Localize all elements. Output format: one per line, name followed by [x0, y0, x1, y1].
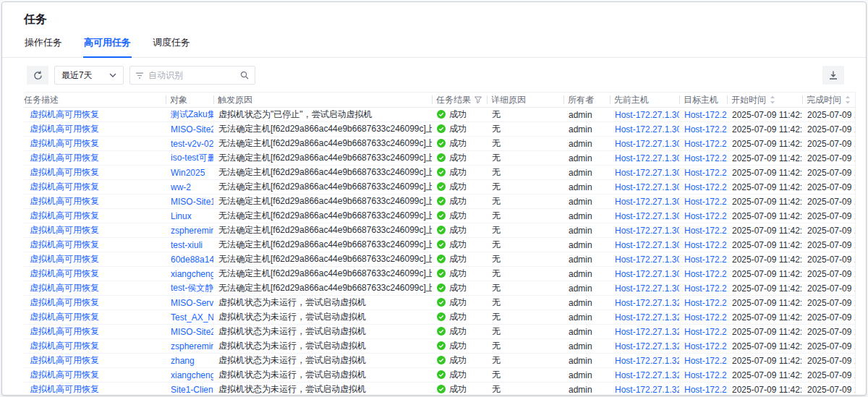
previous-host-link[interactable]: Host-172.27.1.30 [615, 139, 679, 149]
start-cell: 2025-07-09 11:42:24 [727, 325, 802, 339]
target-host-link[interactable]: Host-172.27... [684, 153, 727, 163]
detail-cell: 无 [492, 283, 501, 293]
previous-host-link[interactable]: Host-172.27.1.30 [615, 226, 679, 236]
task-description-link[interactable]: 虚拟机高可用恢复 [30, 297, 99, 307]
target-host-link[interactable]: Host-172.27... [684, 110, 727, 120]
target-host-link[interactable]: Host-172.27... [684, 182, 727, 192]
sort-icon[interactable] [845, 95, 851, 104]
object-link[interactable]: xiangcheng.... [171, 269, 213, 279]
start-cell: 2025-07-09 11:42:24 [732, 385, 802, 395]
search-input[interactable]: 自动识别 [129, 66, 255, 85]
target-host-link[interactable]: Host-172.27... [684, 124, 727, 135]
task-description-link[interactable]: 虚拟机高可用恢复 [30, 341, 99, 351]
object-link[interactable]: MISO-Serve... [171, 298, 213, 308]
previous-host-link[interactable]: Host-172.27.1.30 [615, 153, 679, 163]
task-description-link[interactable]: 虚拟机高可用恢复 [30, 124, 99, 134]
previous-host-link[interactable]: Host-172.27.1.30 [615, 110, 679, 120]
task-description-link[interactable]: 虚拟机高可用恢复 [30, 283, 99, 293]
target-host-link[interactable]: Host-172.27... [684, 168, 727, 178]
previous-host-link[interactable]: Host-172.27.1.30 [615, 182, 679, 192]
object-link[interactable]: Win2025 [171, 168, 205, 178]
export-button[interactable] [822, 66, 844, 85]
task-description-link[interactable]: 虚拟机高可用恢复 [30, 109, 99, 119]
object-link[interactable]: xiangcheng.... [171, 370, 213, 380]
previous-host-link[interactable]: Host-172.27.1.32 [615, 341, 679, 351]
previous-host-link[interactable]: Host-172.27.1.30 [615, 168, 679, 178]
task-description-link[interactable]: 虚拟机高可用恢复 [30, 268, 99, 278]
task-description-link[interactable]: 虚拟机高可用恢复 [30, 225, 99, 235]
object-link[interactable]: Linux [171, 211, 192, 221]
object-link[interactable]: Site1-Client1 [171, 385, 213, 395]
task-result-text: 成功 [449, 325, 467, 338]
previous-host-link[interactable]: Host-172.27.1.30 [615, 240, 679, 250]
previous-host-link[interactable]: Host-172.27.1.30 [615, 211, 679, 221]
previous-host-link[interactable]: Host-172.27.1.32 [615, 356, 679, 366]
target-host-link[interactable]: Host-172.27... [684, 312, 727, 323]
object-link[interactable]: test-xiuli [171, 240, 203, 250]
previous-host-link[interactable]: Host-172.27.1.30 [615, 255, 679, 265]
desc-cell: 虚拟机高可用恢复 [24, 180, 166, 195]
task-description-link[interactable]: 虚拟机高可用恢复 [30, 239, 99, 249]
task-description-link[interactable]: 虚拟机高可用恢复 [30, 355, 99, 365]
target-host-link[interactable]: Host-172.27... [684, 385, 727, 395]
object-link[interactable]: ww-2 [171, 182, 191, 192]
task-description-link[interactable]: 虚拟机高可用恢复 [30, 326, 99, 336]
previous-host-link[interactable]: Host-172.27.1.32 [615, 298, 679, 308]
object-link[interactable]: test-v2v-02 [171, 139, 213, 149]
task-description-link[interactable]: 虚拟机高可用恢复 [30, 312, 99, 322]
previous-host-link[interactable]: Host-172.27.1.32 [615, 370, 679, 380]
object-link[interactable]: zhang [171, 356, 195, 366]
previous-host-link[interactable]: Host-172.27.1.30 [615, 283, 679, 294]
object-link[interactable]: zspheremim... [171, 341, 213, 351]
task-description-link[interactable]: 虚拟机高可用恢复 [30, 153, 99, 163]
target-host-link[interactable]: Host-172.27... [684, 327, 727, 337]
start-cell: 2025-07-09 11:42:42 [732, 182, 802, 192]
target-host-link[interactable]: Host-172.27... [684, 226, 727, 236]
target-host-link[interactable]: Host-172.27... [684, 370, 727, 380]
task-description-link[interactable]: 虚拟机高可用恢复 [30, 210, 99, 221]
target-host-link[interactable]: Host-172.27... [684, 283, 727, 294]
object-link[interactable]: MISO-Site2... [171, 124, 213, 135]
task-description-link[interactable]: 虚拟机高可用恢复 [30, 254, 99, 264]
object-link[interactable]: 测试Zaku集... [171, 109, 213, 119]
previous-host-link[interactable]: Host-172.27.1.30 [615, 197, 679, 207]
object-link[interactable]: MISO-Site1... [171, 197, 213, 207]
task-description-link[interactable]: 虚拟机高可用恢复 [30, 138, 99, 148]
object-link[interactable]: 60de88a14... [171, 255, 213, 265]
tab-ha-tasks[interactable]: 高可用任务 [83, 35, 132, 58]
filter-icon[interactable] [475, 96, 482, 103]
task-description-link[interactable]: 虚拟机高可用恢复 [30, 370, 99, 380]
refresh-button[interactable] [27, 66, 48, 85]
task-description-link[interactable]: 虚拟机高可用恢复 [30, 196, 99, 206]
object-link[interactable]: Test_AX_Na... [171, 312, 213, 323]
target-host-link[interactable]: Host-172.27... [684, 341, 727, 351]
object-link[interactable]: zspheremim... [171, 226, 213, 236]
target-host-link[interactable]: Host-172.27... [684, 356, 727, 366]
task-description-link[interactable]: 虚拟机高可用恢复 [30, 182, 99, 192]
tab-scheduled-tasks[interactable]: 调度任务 [152, 35, 191, 58]
search-icon[interactable] [240, 71, 249, 80]
target_host-cell: Host-172.27... [679, 281, 727, 296]
object-link[interactable]: test-侯文静-... [171, 283, 213, 293]
previous-host-link[interactable]: Host-172.27.1.30 [615, 269, 679, 279]
target-host-link[interactable]: Host-172.27... [684, 255, 727, 265]
target_host-cell: Host-172.27... [679, 108, 727, 122]
previous-host-link[interactable]: Host-172.27.1.32 [615, 385, 679, 395]
target-host-link[interactable]: Host-172.27... [684, 240, 727, 250]
chevron-down-icon [109, 73, 116, 77]
task-description-link[interactable]: 虚拟机高可用恢复 [30, 167, 99, 177]
target-host-link[interactable]: Host-172.27... [684, 139, 727, 149]
target-host-link[interactable]: Host-172.27... [684, 197, 727, 207]
sort-icon[interactable] [770, 95, 775, 104]
target-host-link[interactable]: Host-172.27... [684, 211, 727, 221]
object-link[interactable]: MISO-Site2... [171, 327, 213, 337]
previous-host-link[interactable]: Host-172.27.1.32 [615, 312, 679, 323]
object-link[interactable]: iso-test可删 [171, 153, 213, 163]
target-host-link[interactable]: Host-172.27... [684, 298, 727, 308]
date-range-select[interactable]: 最近7天 [54, 66, 124, 85]
previous-host-link[interactable]: Host-172.27.1.32 [615, 327, 679, 337]
task-description-link[interactable]: 虚拟机高可用恢复 [30, 384, 99, 394]
previous-host-link[interactable]: Host-172.27.1.30 [615, 124, 679, 135]
target-host-link[interactable]: Host-172.27... [684, 269, 727, 279]
tab-operation-tasks[interactable]: 操作任务 [24, 35, 63, 58]
